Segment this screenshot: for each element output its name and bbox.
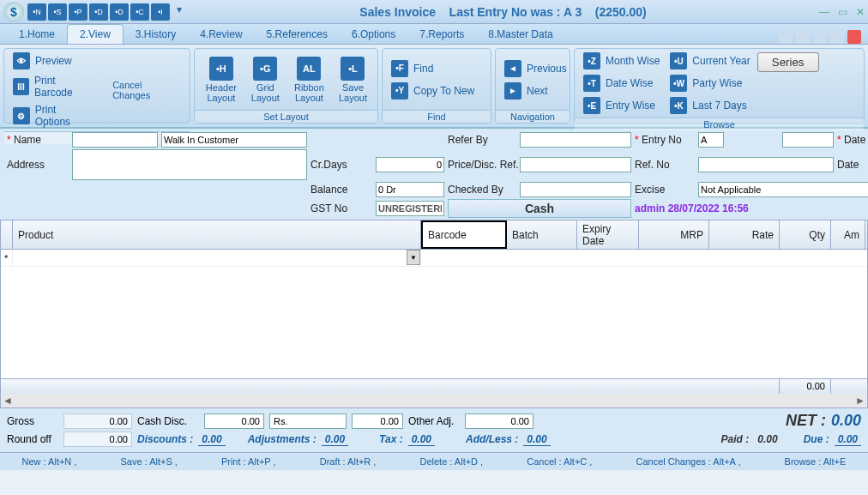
date-icon: •T (583, 75, 600, 92)
grid-product-cell[interactable]: ▼ (13, 250, 421, 266)
qat-info[interactable]: •I (151, 3, 170, 21)
month-wise-button[interactable]: •ZMonth Wise (580, 51, 663, 71)
tab-masterdata[interactable]: 8.Master Data (476, 25, 564, 44)
gross-label: Gross (7, 415, 58, 427)
scroll-right-icon[interactable]: ► (855, 395, 865, 407)
cashdisc-input[interactable] (204, 414, 264, 429)
title-amount: (2250.00) (595, 5, 647, 19)
grid-header-rate[interactable]: Rate (709, 220, 780, 249)
shortcut-delete[interactable]: Delete : Alt+D , (420, 456, 484, 467)
pricedisc-select[interactable] (520, 157, 631, 172)
refresh-icon[interactable] (796, 30, 810, 44)
close-icon[interactable]: ✕ (856, 6, 865, 18)
refno-input[interactable] (698, 157, 834, 172)
tab-home[interactable]: 1.Home (7, 25, 67, 44)
name-input[interactable] (72, 132, 158, 148)
qat-save[interactable]: •S (48, 3, 67, 21)
save-layout-button[interactable]: •LSave Layout (334, 55, 372, 105)
entryno-prefix-select[interactable] (698, 132, 724, 148)
tab-reports[interactable]: 7.Reports (407, 25, 476, 44)
excise-select[interactable] (698, 182, 868, 197)
qat-delete[interactable]: •D (110, 3, 129, 21)
qat-draft[interactable]: •D (89, 3, 108, 21)
addless-value[interactable]: 0.00 (523, 433, 550, 446)
form-area: Name Refer By Entry No Date Address Cr.D… (0, 129, 868, 220)
shortcut-save[interactable]: Save : Alt+S , (121, 456, 178, 467)
minimize-icon[interactable]: — (819, 6, 829, 18)
qat-cancel[interactable]: •C (130, 3, 149, 21)
calc-icon[interactable] (830, 30, 844, 44)
checkedby-label: Checked By (448, 184, 516, 196)
user-icon[interactable] (813, 30, 827, 44)
preview-icon: 👁 (13, 52, 30, 69)
find-button[interactable]: •FFind (388, 58, 478, 79)
qat-customize-icon[interactable]: ▾ (172, 3, 187, 21)
previous-button[interactable]: ◄Previous (501, 58, 570, 79)
customer-select[interactable] (161, 132, 307, 148)
entryno-input[interactable] (782, 132, 834, 148)
otheradj-input[interactable] (465, 414, 533, 429)
checkedby-select[interactable] (520, 182, 631, 197)
date-wise-button[interactable]: •TDate Wise (580, 73, 663, 94)
due-value[interactable]: 0.00 (835, 433, 861, 446)
grid-header-expiry[interactable]: Expiry Date (577, 220, 639, 249)
copy-to-new-button[interactable]: •YCopy To New (388, 81, 478, 101)
ribbon-layout-button[interactable]: ALRibbon Layout (288, 55, 330, 105)
maximize-icon[interactable]: ▭ (838, 6, 847, 18)
address-input[interactable] (72, 149, 307, 180)
entry-wise-button[interactable]: •EEntry Wise (580, 95, 663, 116)
qat-new[interactable]: •N (27, 3, 46, 21)
ribbon-group-layout: •HHeader Layout •GGrid Layout ALRibbon L… (194, 48, 378, 124)
tab-options[interactable]: 6.Options (340, 25, 407, 44)
grid-header-qty[interactable]: Qty (780, 220, 831, 249)
preview-button[interactable]: 👁Preview (9, 51, 97, 71)
series-button[interactable]: Series (757, 52, 819, 72)
print-barcode-button[interactable]: IIIPrint Barcode (9, 73, 97, 100)
data-grid[interactable]: Product Barcode Batch Expiry Date MRP Ra… (0, 220, 868, 408)
paid-value: 0.00 (754, 433, 781, 445)
tab-view[interactable]: 2.View (67, 24, 124, 44)
grid-layout-button[interactable]: •GGrid Layout (246, 55, 285, 105)
shortcut-browse[interactable]: Browse : Alt+E (785, 456, 847, 467)
print-options-button[interactable]: ⚙Print Options (9, 102, 97, 130)
next-button[interactable]: ►Next (501, 81, 570, 101)
adjustments-label: Adjustments : (248, 433, 316, 445)
grid-hscrollbar[interactable]: ◄► (1, 394, 867, 407)
rs-input[interactable] (352, 414, 403, 429)
shortcut-print[interactable]: Print : Alt+P , (221, 456, 276, 467)
title-app: Sales Invoice (359, 5, 436, 19)
last7days-button[interactable]: •KLast 7 Days (666, 95, 753, 116)
shortcut-cancel[interactable]: Cancel : Alt+C , (527, 456, 592, 467)
crdays-label: Cr.Days (310, 159, 372, 171)
product-dropdown-icon[interactable]: ▼ (407, 250, 420, 265)
shortcut-draft[interactable]: Draft : Alt+R , (320, 456, 377, 467)
cancel-changes-button[interactable]: Cancel Changes (107, 78, 184, 102)
qat-print[interactable]: •P (69, 3, 87, 21)
header-layout-button[interactable]: •HHeader Layout (200, 55, 243, 105)
app-logo[interactable]: $ (3, 2, 24, 22)
ribbon-group-browse: •ZMonth Wise •TDate Wise •EEntry Wise •U… (574, 48, 865, 124)
party-wise-button[interactable]: •WParty Wise (666, 73, 753, 94)
tab-history[interactable]: 3.History (124, 25, 188, 44)
help-icon[interactable] (779, 30, 793, 44)
print-options-icon: ⚙ (13, 107, 30, 124)
discounts-value[interactable]: 0.00 (198, 433, 225, 446)
grid-header-product[interactable]: Product (13, 220, 421, 249)
grid-header-barcode[interactable]: Barcode (421, 220, 507, 249)
scroll-left-icon[interactable]: ◄ (3, 395, 13, 407)
referby-select[interactable] (520, 132, 631, 148)
current-year-button[interactable]: •UCurrent Year (666, 51, 753, 71)
cash-button[interactable]: Cash (448, 199, 631, 218)
exit-icon[interactable] (847, 30, 861, 44)
grid-new-row[interactable]: * ▼ (1, 250, 867, 267)
grid-header-batch[interactable]: Batch (507, 220, 577, 249)
currency-select[interactable] (269, 414, 347, 429)
grid-header-mrp[interactable]: MRP (639, 220, 709, 249)
tax-value[interactable]: 0.00 (408, 433, 435, 446)
shortcut-new[interactable]: New : Alt+N , (22, 456, 77, 467)
adjustments-value[interactable]: 0.00 (322, 433, 348, 446)
tab-review[interactable]: 4.Review (188, 25, 254, 44)
tab-references[interactable]: 5.References (255, 25, 340, 44)
shortcut-cancelchanges[interactable]: Cancel Changes : Alt+A , (636, 456, 740, 467)
grid-header-amount[interactable]: Am (831, 220, 865, 249)
